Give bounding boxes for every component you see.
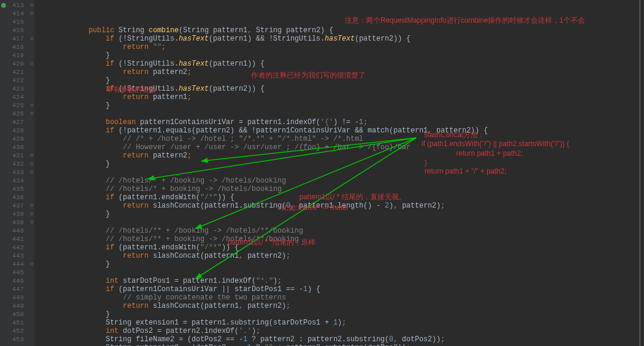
code-line[interactable]: String extension2 = (dotPos2 == -1 ? "" … <box>37 344 644 346</box>
fold-icon[interactable]: ⊟ <box>30 101 33 110</box>
code-line[interactable]: } <box>37 310 644 319</box>
fold-icon[interactable]: ⊟ <box>30 218 33 227</box>
code-line[interactable]: if (!StringUtils.hasText(pattern2)) { <box>37 85 644 93</box>
code-line[interactable]: // However /user + /user -> /usr/user ; … <box>37 143 644 152</box>
line-number: 444⊟ <box>0 260 35 268</box>
code-line[interactable]: return slashConcat(pattern1, pattern2); <box>37 302 644 310</box>
fold-icon[interactable]: ⊟ <box>30 110 33 118</box>
token: '{' <box>320 118 333 126</box>
fold-icon[interactable]: ⊟ <box>30 210 33 218</box>
token: , <box>239 302 247 310</box>
line-number: 434 <box>0 177 35 185</box>
token: // /hotels/** + /booking -> /hotels/**/b… <box>106 227 303 235</box>
code-area[interactable]: public String combine(String pattern1, S… <box>35 0 644 346</box>
token: 1 <box>247 344 256 346</box>
token: ) != - <box>333 118 359 126</box>
line-number: 430 <box>0 143 35 152</box>
token: if <box>106 126 119 135</box>
token: ; <box>162 43 166 51</box>
line-number: 425⊟ <box>0 101 35 110</box>
code-line[interactable]: if (!StringUtils.hasText(pattern1)) { <box>37 60 644 68</box>
code-line[interactable]: // /* + /hotel -> /hotel ; "/*.*" + "/*.… <box>37 135 644 143</box>
token: } <box>106 101 110 110</box>
token: (!StringUtils. <box>119 60 179 68</box>
code-line[interactable]: if (!StringUtils.hasText(pattern1) && !S… <box>37 35 644 43</box>
code-line[interactable]: return slashConcat(pattern1, pattern2); <box>37 252 644 260</box>
code-line[interactable]: } <box>37 210 644 218</box>
line-number: 423 <box>0 85 35 93</box>
fold-icon[interactable]: ⊟ <box>30 260 33 268</box>
code-editor[interactable]: 413⊟414⊟415416417⊟418419420⊟421422423424… <box>0 0 644 346</box>
code-line[interactable]: return pattern1; <box>37 93 644 101</box>
line-number: 433⊟ <box>0 168 35 177</box>
token: pattern2 <box>153 152 187 160</box>
fold-icon[interactable]: ⊟ <box>30 168 33 177</box>
code-line[interactable]: return ""; <box>37 43 644 51</box>
token: pattern1 <box>153 93 187 101</box>
code-line[interactable]: } <box>37 101 644 110</box>
token: ; <box>406 344 410 346</box>
code-line[interactable] <box>37 110 644 118</box>
line-number: 441 <box>0 235 35 243</box>
code-line[interactable]: boolean pattern1ContainsUriVar = pattern… <box>37 118 644 126</box>
code-line[interactable]: } <box>37 160 644 168</box>
code-line[interactable]: if (!pattern1.equals(pattern2) && !patte… <box>37 126 644 135</box>
line-number: 439⊟ <box>0 218 35 227</box>
token: } <box>106 260 110 268</box>
code-line[interactable]: } <box>37 260 644 268</box>
code-line[interactable]: // simply concatenate the two patterns <box>37 294 644 302</box>
code-line[interactable]: if (pattern1.endsWith("/**")) { <box>37 243 644 252</box>
fold-icon[interactable]: ⊟ <box>30 35 33 43</box>
code-line[interactable]: } <box>37 51 644 60</box>
fold-icon[interactable]: ⊟ <box>30 60 33 68</box>
gutter-mark-icon[interactable] <box>1 3 6 8</box>
token: String fileName2 = (dotPos2 == - <box>106 335 243 344</box>
line-number: 442 <box>0 243 35 252</box>
token: return <box>123 302 153 310</box>
code-line[interactable]: return slashConcat(pattern1.substring(0,… <box>37 202 644 210</box>
line-number: 448 <box>0 294 35 302</box>
line-number: 416 <box>0 26 35 35</box>
line-number: 436 <box>0 193 35 202</box>
token: // simply concatenate the two patterns <box>123 294 286 302</box>
code-line[interactable]: // /hotels/** + /booking -> /hotels/**/b… <box>37 227 644 235</box>
code-line[interactable]: int dotPos2 = pattern2.indexOf('.'); <box>37 327 644 335</box>
code-line[interactable]: // /hotels/* + booking -> /hotels/bookin… <box>37 185 644 193</box>
token: // However /user + /user -> /usr/user ; … <box>123 143 410 152</box>
code-line[interactable]: int starDotPos1 = pattern1.indexOf("*.")… <box>37 277 644 285</box>
code-line[interactable]: } <box>37 76 644 85</box>
code-line[interactable]: public String combine(String pattern1, S… <box>37 26 644 35</box>
code-line[interactable]: String fileName2 = (dotPos2 == -1 ? patt… <box>37 335 644 344</box>
token: dotPos2)) <box>402 335 441 344</box>
token: public <box>88 26 118 35</box>
code-line[interactable] <box>37 218 644 227</box>
token: } <box>106 210 110 218</box>
fold-icon[interactable]: ⊟ <box>30 10 33 18</box>
code-line[interactable]: // /hotels/** + booking -> /hotels/**/bo… <box>37 235 644 243</box>
code-line[interactable]: String extension1 = pattern1.substring(s… <box>37 319 644 327</box>
line-number: 447 <box>0 285 35 294</box>
fold-icon[interactable]: ⊟ <box>30 202 33 210</box>
fold-icon[interactable]: ⊟ <box>30 1 33 10</box>
token: if <box>106 60 119 68</box>
line-number: 451 <box>0 319 35 327</box>
code-line[interactable] <box>37 168 644 177</box>
token: ? pattern2 : pattern2.substring( <box>252 335 389 344</box>
line-number: 419 <box>0 51 35 60</box>
line-number: 426⊟ <box>0 110 35 118</box>
code-line[interactable]: if (pattern1.endsWith("/*")) { <box>37 193 644 202</box>
line-number: 417⊟ <box>0 35 35 43</box>
code-line[interactable]: return pattern2; <box>37 152 644 160</box>
scrollbar-track[interactable] <box>639 0 640 346</box>
token: 2 <box>385 202 389 210</box>
fold-icon[interactable]: ⊟ <box>30 152 33 160</box>
token: return <box>123 252 153 260</box>
token: ; <box>256 327 260 335</box>
code-line[interactable]: // /hotels/* + /booking -> /hotels/booki… <box>37 177 644 185</box>
code-line[interactable]: return pattern2; <box>37 68 644 76</box>
fold-icon[interactable]: ⊟ <box>30 160 33 168</box>
token: hasText <box>179 85 209 93</box>
code-line[interactable] <box>37 268 644 277</box>
token: "/**" <box>200 243 222 252</box>
code-line[interactable]: if (pattern1ContainsUriVar || starDotPos… <box>37 285 644 294</box>
